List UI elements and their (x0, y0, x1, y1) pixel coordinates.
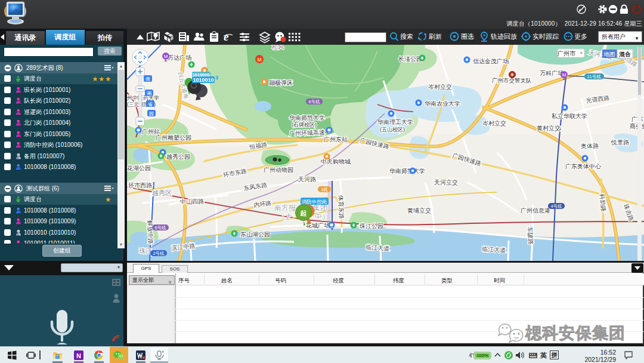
svg-text:集团: 集团 (313, 204, 327, 212)
svg-text:地图: 地图 (603, 51, 615, 57)
svg-text:华南师范大学: 华南师范大学 (389, 168, 425, 174)
svg-text:体育东路: 体育东路 (338, 195, 345, 219)
svg-text:岑村立交: 岑村立交 (482, 120, 506, 127)
svg-text:商务技: 商务技 (630, 123, 644, 130)
svg-text:1线: 1线 (321, 187, 328, 192)
svg-text:华南农业大学: 华南农业大学 (425, 100, 460, 107)
svg-text:1010010: 1010010 (193, 77, 213, 83)
svg-text:(石牌校区): (石牌校区) (292, 122, 317, 128)
svg-text:中）: 中） (315, 213, 329, 221)
svg-text:中山四路: 中山四路 (180, 198, 204, 205)
svg-text:南: 南 (147, 91, 152, 96)
svg-text:州中医药大学: 州中医药大学 (127, 95, 159, 101)
svg-text:岑村立交: 岑村立交 (428, 84, 452, 90)
svg-text:广州东站: 广州东站 (324, 136, 348, 143)
svg-text:▾: ▾ (580, 51, 583, 55)
svg-text:花湖公园: 花湖公园 (127, 165, 151, 171)
svg-text:黄埔立交: 黄埔立交 (407, 207, 431, 214)
svg-text:长湴公园: 长湴公园 (398, 56, 422, 62)
svg-text:广州动物园: 广州动物园 (264, 167, 293, 173)
svg-text:华南理工大学: 华南理工大学 (377, 119, 413, 125)
svg-text:解放中路: 解放中路 (147, 220, 154, 244)
svg-text:南方报: 南方报 (274, 204, 296, 212)
svg-text:衡: 衡 (145, 76, 150, 82)
svg-text:e: e (224, 30, 229, 43)
svg-text:珠江公园: 珠江公园 (359, 223, 383, 229)
svg-text:广州信息港: 广州信息港 (521, 207, 550, 214)
svg-text:广州环城高速: 广州环城高速 (289, 129, 325, 137)
svg-text:环市西路: 环市西路 (128, 182, 152, 189)
svg-text:M: M (257, 57, 262, 63)
svg-text:信达金茂广场: 信达金茂广场 (473, 58, 509, 64)
svg-text:3: 3 (215, 75, 218, 81)
svg-text:21号线: 21号线 (587, 74, 601, 79)
svg-text:园: 园 (149, 111, 154, 116)
svg-text:天河立交: 天河立交 (434, 179, 458, 186)
svg-text:M: M (562, 72, 566, 78)
svg-text:奥体路: 奥体路 (581, 143, 599, 149)
svg-text:(五山校区): (五山校区) (380, 127, 405, 133)
svg-text:消防中控岗: 消防中控岗 (301, 199, 327, 205)
svg-text:天河路: 天河路 (298, 176, 316, 183)
svg-text:M: M (164, 54, 168, 59)
svg-text:越秀公园: 越秀公园 (166, 153, 190, 160)
svg-text:万科广场: 万科广场 (540, 70, 564, 76)
svg-text:起: 起 (300, 210, 307, 217)
svg-text:广州雕塑公园: 广州雕塑公园 (156, 134, 191, 141)
svg-text:蹦极弹床: 蹦极弹床 (269, 79, 293, 86)
svg-text:珠江: 珠江 (139, 247, 152, 254)
svg-text:悦景路: 悦景路 (611, 139, 629, 146)
svg-text:车陂路: 车陂路 (527, 226, 534, 245)
svg-text:华南师范大学: 华南师范大学 (289, 115, 325, 121)
svg-text:6号线: 6号线 (308, 99, 320, 104)
svg-text:松风: 松风 (272, 45, 284, 50)
svg-text:东山湖公园: 东山湖公园 (240, 231, 270, 238)
svg-text:6号线: 6号线 (154, 225, 166, 230)
svg-text:100%: 100% (476, 353, 488, 358)
svg-text:2号线: 2号线 (153, 251, 165, 256)
svg-text:私立华联大学: 私立华联大学 (551, 113, 587, 119)
svg-text:广东奥体中心: 广东奥体中心 (565, 163, 602, 170)
svg-text:N: N (76, 352, 81, 359)
svg-text:4号线: 4号线 (550, 204, 562, 209)
svg-text:广州市: 广州市 (558, 50, 576, 57)
svg-text:（大: （大 (278, 213, 292, 221)
svg-text:万达广场: 万达广场 (168, 54, 191, 61)
svg-text:越秀区: 越秀区 (152, 189, 172, 196)
svg-text:黄村立交: 黄村立交 (537, 125, 561, 131)
svg-text:省: 省 (148, 101, 153, 107)
svg-text:混合: 混合 (619, 51, 631, 57)
